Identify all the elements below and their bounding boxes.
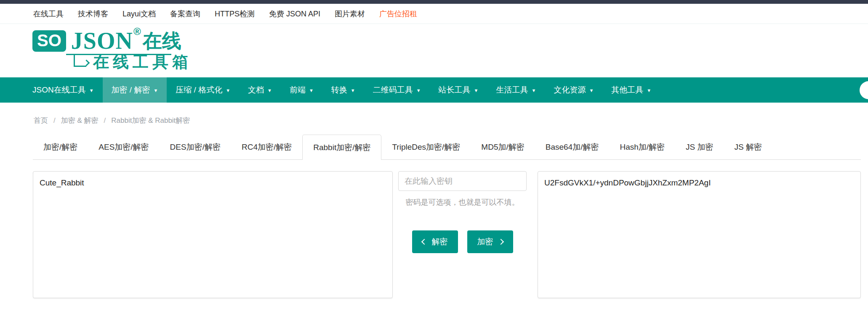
caret-down-icon: ▼ <box>267 87 272 93</box>
caret-down-icon: ▼ <box>647 87 651 93</box>
nav-item-label: 站长工具 <box>439 85 471 95</box>
breadcrumb-separator: / <box>104 116 106 125</box>
breadcrumb-encrypt-decrypt[interactable]: 加密 & 解密 <box>61 116 99 125</box>
rabbit-tool-panel: Cute_Rabbit 密码是可选项，也就是可以不填。 解密 加密 U2FsdG… <box>33 171 861 298</box>
nav-item-label: 转换 <box>331 85 347 95</box>
top-link-layui-docs[interactable]: Layui文档 <box>122 9 156 19</box>
tab-tripledes[interactable]: TripleDes加密/解密 <box>381 135 471 159</box>
caret-down-icon: ▼ <box>532 87 536 93</box>
nav-item-label: 前端 <box>290 85 306 95</box>
ciphertext-pane: U2FsdGVkX1/+ydnDPowGbjjJXhZxm2MP2AgI <box>538 171 861 298</box>
top-link-https-check[interactable]: HTTPS检测 <box>215 9 255 19</box>
plaintext-input[interactable]: Cute_Rabbit <box>33 171 393 298</box>
site-logo[interactable]: SO JSON ® 在线 在线工具箱 <box>32 29 192 73</box>
controls-pane: 密码是可选项，也就是可以不填。 解密 加密 <box>398 171 527 298</box>
top-link-image-assets[interactable]: 图片素材 <box>335 9 365 19</box>
main-nav: JSON在线工具 ▼ 加密 / 解密 ▼ 压缩 / 格式化 ▼ 文档 ▼ 前端 … <box>0 77 868 103</box>
tab-encrypt-decrypt[interactable]: 加密/解密 <box>33 135 88 159</box>
nav-item-label: 文化资源 <box>554 85 586 95</box>
cipher-tabs: 加密/解密 AES加密/解密 DES加密/解密 RC4加密/解密 Rabbit加… <box>33 135 861 160</box>
breadcrumb-home[interactable]: 首页 <box>34 116 48 125</box>
tab-hash[interactable]: Hash加/解密 <box>609 135 675 159</box>
nav-item-label: JSON在线工具 <box>32 85 86 95</box>
breadcrumb-current-page: Rabbit加密 & Rabbit解密 <box>111 116 190 125</box>
logo-so-badge: SO <box>32 30 66 52</box>
decrypt-button[interactable]: 解密 <box>412 230 458 253</box>
encrypt-button-label: 加密 <box>477 236 493 247</box>
caret-down-icon: ▼ <box>589 87 594 93</box>
key-note: 密码是可选项，也就是可以不填。 <box>406 197 519 207</box>
top-link-tech-blog[interactable]: 技术博客 <box>78 9 108 19</box>
plaintext-pane: Cute_Rabbit <box>33 171 393 298</box>
nav-item-life-tools[interactable]: 生活工具 ▼ <box>487 77 545 103</box>
tab-aes[interactable]: AES加密/解密 <box>88 135 159 159</box>
nav-item-webmaster-tools[interactable]: 站长工具 ▼ <box>430 77 487 103</box>
header: SO JSON ® 在线 在线工具箱 <box>0 24 868 77</box>
key-input[interactable] <box>398 171 527 191</box>
nav-item-frontend[interactable]: 前端 ▼ <box>281 77 322 103</box>
nav-item-label: 二维码工具 <box>373 85 413 95</box>
top-link-online-tools[interactable]: 在线工具 <box>33 9 64 19</box>
logo-top-row: SO JSON ® 在线 <box>32 29 192 53</box>
nav-item-compress-format[interactable]: 压缩 / 格式化 ▼ <box>167 77 239 103</box>
top-link-ad-rent[interactable]: 广告位招租 <box>379 9 417 19</box>
breadcrumb: 首页 / 加密 & 解密 / Rabbit加密 & Rabbit解密 <box>34 116 868 125</box>
tab-js-encrypt[interactable]: JS 加密 <box>675 135 724 159</box>
nav-item-json-tools[interactable]: JSON在线工具 ▼ <box>24 77 103 103</box>
tab-base64[interactable]: Base64加/解密 <box>535 135 610 159</box>
tab-des[interactable]: DES加密/解密 <box>160 135 231 159</box>
nav-item-label: 加密 / 解密 <box>112 85 150 95</box>
tab-rabbit[interactable]: Rabbit加密/解密 <box>302 135 381 160</box>
nav-item-label: 文档 <box>248 85 264 95</box>
action-buttons: 解密 加密 <box>412 230 513 253</box>
tab-rc4[interactable]: RC4加密/解密 <box>231 135 302 159</box>
elbow-arrow-icon <box>74 54 86 67</box>
logo-tagline-row: 在线工具箱 <box>74 55 192 73</box>
decrypt-button-label: 解密 <box>432 236 448 247</box>
caret-down-icon: ▼ <box>351 87 355 93</box>
caret-down-icon: ▼ <box>474 87 479 93</box>
nav-item-label: 压缩 / 格式化 <box>176 85 222 95</box>
utility-nav: 在线工具 技术博客 Layui文档 备案查询 HTTPS检测 免费 JSON A… <box>0 4 868 24</box>
nav-item-qrcode-tools[interactable]: 二维码工具 ▼ <box>364 77 430 103</box>
chevron-right-icon <box>498 239 503 245</box>
caret-down-icon: ▼ <box>416 87 421 93</box>
caret-down-icon: ▼ <box>153 87 158 93</box>
nav-item-culture-resources[interactable]: 文化资源 ▼ <box>545 77 602 103</box>
breadcrumb-separator: / <box>53 116 56 125</box>
chevron-left-icon <box>421 239 427 245</box>
caret-down-icon: ▼ <box>89 87 94 93</box>
logo-suffix-text: 在线 <box>143 31 181 50</box>
ciphertext-output[interactable]: U2FsdGVkX1/+ydnDPowGbjjJXhZxm2MP2AgI <box>538 171 861 298</box>
nav-item-convert[interactable]: 转换 ▼ <box>322 77 364 103</box>
nav-item-encrypt-decrypt[interactable]: 加密 / 解密 ▼ <box>103 77 167 103</box>
top-link-beian-check[interactable]: 备案查询 <box>170 9 200 19</box>
search-button[interactable] <box>860 81 868 99</box>
nav-item-other-tools[interactable]: 其他工具 ▼ <box>602 77 660 103</box>
nav-item-label: 生活工具 <box>496 85 528 95</box>
tab-js-decrypt[interactable]: JS 解密 <box>724 135 772 159</box>
logo-json-text: JSON <box>71 29 133 53</box>
logo-tagline-text: 在线工具箱 <box>93 51 192 73</box>
caret-down-icon: ▼ <box>309 87 314 93</box>
nav-item-label: 其他工具 <box>611 85 643 95</box>
tab-md5[interactable]: MD5加/解密 <box>471 135 535 159</box>
top-link-free-json-api[interactable]: 免费 JSON API <box>269 9 320 19</box>
nav-item-docs[interactable]: 文档 ▼ <box>239 77 281 103</box>
registered-mark-icon: ® <box>133 26 141 37</box>
caret-down-icon: ▼ <box>226 87 230 93</box>
encrypt-button[interactable]: 加密 <box>467 230 513 253</box>
top-dark-strip <box>0 0 868 4</box>
